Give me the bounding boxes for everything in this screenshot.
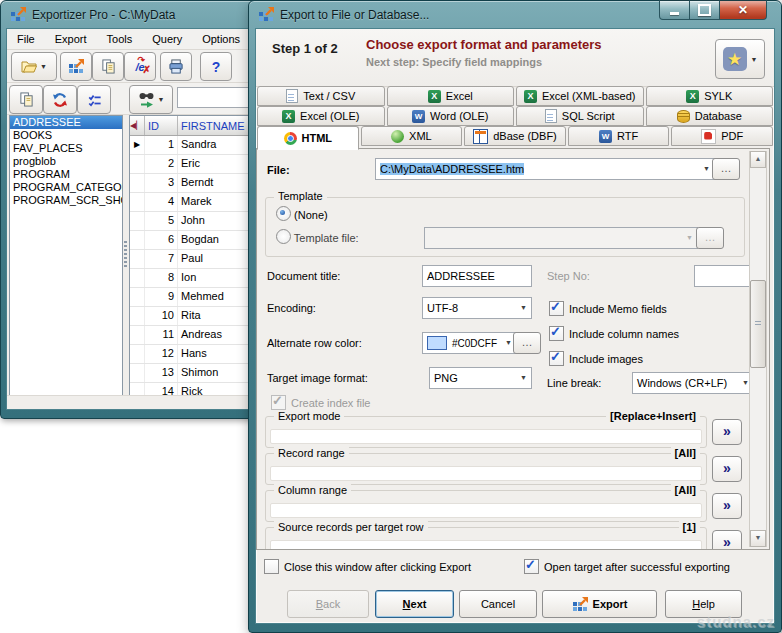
export-button-toolbar[interactable] (60, 52, 92, 81)
table-list-item[interactable]: FAV_PLACES (10, 142, 122, 155)
help-icon: ? (212, 59, 221, 75)
minimize-icon (670, 12, 679, 15)
include-option-checkbox[interactable]: Include column names (549, 326, 679, 341)
splitter-handle[interactable] (121, 115, 129, 396)
dialog-title: Export to File or Database... (280, 8, 429, 22)
line-break-combobox[interactable]: Windows (CR+LF) ▼ (632, 372, 754, 394)
target-image-format-combobox[interactable]: PNG ▼ (429, 367, 532, 389)
line-break-dropdown-arrow[interactable]: ▼ (742, 379, 749, 386)
choose-fields-button[interactable] (77, 85, 111, 114)
template-file-radio[interactable]: Template file: (276, 229, 359, 244)
format-tab[interactable]: RTF (568, 126, 670, 146)
table-list-panel[interactable]: ADDRESSEEBOOKSFAV_PLACESprogblobPROGRAMP… (9, 115, 123, 396)
open-dropdown-arrow[interactable]: ▼ (40, 63, 47, 70)
template-file-browse-button[interactable]: … (696, 227, 724, 249)
format-tab-icon (686, 90, 699, 103)
step-no-input[interactable] (694, 265, 750, 287)
open-folder-icon (21, 60, 37, 74)
range-group: Column range [All] » (265, 490, 707, 522)
format-tab[interactable]: XML (361, 126, 463, 146)
help-button-toolbar[interactable]: ? (200, 52, 232, 81)
template-file-combobox[interactable]: ▼ (424, 227, 698, 249)
table-list-item[interactable]: PROGRAM_SCR_SHOT (10, 194, 122, 207)
next-button[interactable]: Next (375, 590, 454, 618)
refresh-button[interactable] (43, 85, 77, 114)
file-dropdown-arrow[interactable]: ▼ (703, 165, 710, 172)
grid-header-firstname[interactable]: FIRSTNAME (178, 116, 251, 135)
line-break-label: Line break: (547, 377, 601, 389)
menu-item[interactable]: File (7, 29, 45, 49)
find-dropdown-arrow[interactable]: ▼ (158, 96, 165, 103)
include-option-checkbox[interactable]: Include images (549, 351, 643, 366)
filter-expression-button[interactable]: /e✗↷ (124, 52, 156, 81)
format-tab[interactable]: Word (OLE) (387, 106, 515, 126)
open-button[interactable]: ▼ (11, 52, 57, 81)
range-expand-button[interactable]: » (712, 456, 742, 482)
menu-item[interactable]: Tools (97, 29, 143, 49)
checkbox-checked-icon[interactable] (549, 326, 564, 341)
target-image-dropdown-arrow[interactable]: ▼ (520, 374, 527, 381)
favorites-dropdown-arrow[interactable]: ▼ (751, 56, 758, 63)
range-label: Source records per target row (274, 521, 428, 533)
minimize-button[interactable] (659, 0, 690, 20)
checkbox-checked-icon[interactable] (524, 559, 539, 574)
range-expand-button[interactable]: » (712, 419, 742, 445)
copy-table-button[interactable] (9, 85, 43, 114)
print-button[interactable] (160, 52, 192, 81)
radio-on-icon[interactable] (276, 206, 291, 221)
tab-row-1: Text / CSVExcelExcel (XML-based)SYLK (256, 86, 774, 106)
range-expand-button[interactable]: » (712, 530, 742, 550)
scroll-up-button[interactable]: ▲ (750, 151, 766, 168)
table-list-item[interactable]: PROGRAM_CATEGOR (10, 181, 122, 194)
encoding-dropdown-arrow[interactable]: ▼ (520, 304, 527, 311)
range-value: [All] (671, 484, 700, 496)
include-option-checkbox[interactable]: Include Memo fields (549, 301, 667, 316)
format-tab[interactable]: HTML (257, 126, 359, 150)
menu-item[interactable]: Query (142, 29, 192, 49)
checkbox-checked-icon[interactable] (549, 351, 564, 366)
checkbox-checked-icon[interactable] (549, 301, 564, 316)
radio-off-icon[interactable] (276, 229, 291, 244)
cancel-button[interactable]: Cancel (459, 590, 537, 618)
copy-icon (101, 59, 116, 74)
close-button[interactable]: ✕ (720, 0, 767, 20)
format-tab[interactable]: Text / CSV (257, 86, 385, 106)
table-list-item[interactable]: PROGRAM (10, 168, 122, 181)
export-button[interactable]: Export (542, 590, 657, 618)
target-image-format-label: Target image format: (267, 372, 368, 384)
file-browse-button[interactable]: … (712, 158, 740, 180)
encoding-combobox[interactable]: UTF-8 ▼ (422, 297, 532, 319)
table-list-item[interactable]: BOOKS (10, 129, 122, 142)
grid-header-id[interactable]: ID (145, 116, 178, 135)
close-after-export-checkbox[interactable]: Close this window after clicking Export (264, 559, 471, 574)
content-scrollbar[interactable]: ▲ ▼ (749, 151, 767, 547)
document-title-input[interactable]: ADDRESSEE (422, 265, 532, 287)
maximize-button[interactable] (690, 0, 720, 20)
copy-button[interactable] (92, 52, 124, 81)
find-button[interactable]: ▼ (129, 85, 173, 114)
range-expand-button[interactable]: » (712, 493, 742, 519)
scroll-down-button[interactable]: ▼ (750, 530, 766, 547)
menu-item[interactable]: Options (192, 29, 250, 49)
table-list-item[interactable]: ADDRESSEE (10, 116, 122, 129)
open-target-checkbox[interactable]: Open target after successful exporting (524, 559, 730, 574)
template-none-radio[interactable]: (None) (276, 206, 328, 221)
alt-row-color-browse-button[interactable]: … (513, 332, 541, 354)
favorites-button[interactable]: ★ ▼ (715, 39, 765, 79)
format-tab[interactable]: Excel (OLE) (257, 106, 385, 126)
table-list-item[interactable]: progblob (10, 155, 122, 168)
format-tab[interactable]: Database (646, 106, 774, 126)
format-tab[interactable]: PDF (671, 126, 773, 146)
format-tab[interactable]: SQL Script (516, 106, 644, 126)
file-combobox[interactable]: C:\MyData\ADDRESSEE.htm ▼ (375, 158, 715, 180)
format-tab[interactable]: dBase (DBF) (464, 126, 566, 146)
alt-row-color-dropdown-arrow[interactable]: ▼ (505, 339, 512, 346)
format-tab[interactable]: SYLK (646, 86, 774, 106)
format-tab[interactable]: Excel (387, 86, 515, 106)
format-tab[interactable]: Excel (XML-based) (516, 86, 644, 106)
grid-corner-icon: ◀▏ (130, 116, 145, 135)
checkbox-unchecked-icon[interactable] (264, 559, 279, 574)
scrollbar-thumb[interactable] (750, 280, 766, 368)
alt-row-color-combobox[interactable]: #C0DCFF ▼ (422, 332, 517, 354)
menu-item[interactable]: Export (45, 29, 97, 49)
